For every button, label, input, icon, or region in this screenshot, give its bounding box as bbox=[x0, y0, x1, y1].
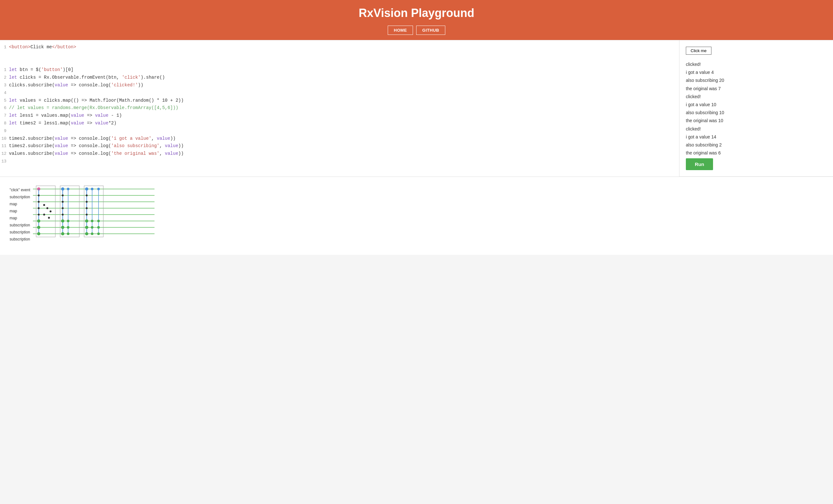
diagram-label-1: subscription bbox=[9, 193, 30, 200]
svg-point-21 bbox=[46, 207, 48, 209]
code-line-3: 3 clicks.subscribe(value => console.log(… bbox=[0, 81, 679, 89]
svg-point-30 bbox=[62, 214, 64, 216]
line-content-html: <button>Click me</button> bbox=[9, 44, 679, 51]
svg-point-23 bbox=[43, 214, 45, 216]
svg-point-36 bbox=[67, 220, 69, 222]
svg-point-27 bbox=[62, 194, 64, 196]
click-me-button[interactable]: Click me bbox=[686, 47, 711, 55]
svg-point-33 bbox=[61, 232, 64, 235]
diagram-svg-container bbox=[33, 183, 824, 248]
output-item-3: the original was 7 bbox=[686, 85, 827, 93]
svg-point-28 bbox=[62, 201, 64, 203]
code-line-9: 9 bbox=[0, 127, 679, 135]
diagram-label-7: subscription bbox=[9, 236, 30, 243]
diagram-label-5: subscription bbox=[9, 222, 30, 229]
svg-point-44 bbox=[86, 214, 88, 216]
code-line-13: 13 bbox=[0, 158, 679, 165]
svg-point-16 bbox=[38, 214, 40, 216]
code-panel[interactable]: 1 <button>Click me</button> 1 let btn = … bbox=[0, 40, 680, 176]
nav: HOME GITHUB bbox=[0, 26, 833, 35]
svg-point-56 bbox=[97, 226, 100, 229]
svg-point-52 bbox=[91, 233, 93, 235]
diagram-label-3: map bbox=[9, 208, 30, 215]
output-item-4: clicked! bbox=[686, 93, 827, 101]
svg-point-55 bbox=[97, 220, 100, 222]
svg-point-14 bbox=[38, 201, 40, 203]
header: RxVision Playground HOME GITHUB bbox=[0, 0, 833, 40]
output-item-7: the original was 10 bbox=[686, 117, 827, 125]
svg-point-45 bbox=[85, 219, 88, 222]
svg-point-35 bbox=[67, 188, 69, 190]
svg-point-22 bbox=[50, 211, 51, 212]
svg-point-29 bbox=[62, 207, 64, 209]
code-line-7: 7 let less1 = values.map(value => value … bbox=[0, 112, 679, 120]
output-list: clicked! i got a value 4 also subscribin… bbox=[686, 61, 827, 157]
run-button[interactable]: Run bbox=[686, 158, 713, 170]
output-item-1: i got a value 4 bbox=[686, 68, 827, 76]
svg-point-18 bbox=[37, 226, 40, 229]
output-item-9: i got a value 14 bbox=[686, 133, 827, 141]
code-line-12: 12 values.subscribe(value => console.log… bbox=[0, 150, 679, 158]
diagram-area: "click" event subscription map map map s… bbox=[0, 176, 833, 255]
svg-point-31 bbox=[61, 219, 64, 222]
svg-point-43 bbox=[86, 207, 88, 209]
code-line-html: 1 <button>Click me</button> bbox=[0, 44, 679, 51]
diagram-labels: "click" event subscription map map map s… bbox=[9, 183, 30, 243]
svg-point-42 bbox=[86, 201, 88, 203]
home-button[interactable]: HOME bbox=[388, 26, 413, 35]
output-item-6: also subscribing 10 bbox=[686, 109, 827, 117]
svg-point-38 bbox=[67, 233, 69, 235]
svg-point-41 bbox=[86, 194, 88, 196]
code-line-1: 1 let btn = $('button')[0] bbox=[0, 66, 679, 74]
svg-point-13 bbox=[38, 194, 40, 196]
svg-point-20 bbox=[43, 204, 45, 206]
code-editor[interactable]: 1 <button>Click me</button> 1 let btn = … bbox=[0, 40, 679, 169]
svg-point-24 bbox=[48, 217, 50, 219]
output-item-2: also subscribing 20 bbox=[686, 76, 827, 85]
svg-point-46 bbox=[85, 226, 88, 229]
diagram-label-2: map bbox=[9, 200, 30, 208]
svg-point-19 bbox=[37, 232, 40, 235]
code-line-blank1 bbox=[0, 51, 679, 59]
svg-point-50 bbox=[91, 220, 93, 222]
page-title: RxVision Playground bbox=[0, 6, 833, 20]
output-item-8: clicked! bbox=[686, 125, 827, 133]
output-item-10: also subscribing 2 bbox=[686, 141, 827, 149]
code-line-blank2 bbox=[0, 59, 679, 67]
code-line-5: 5 let values = clicks.map(() => Math.flo… bbox=[0, 97, 679, 104]
code-line-11: 11 times2.subscribe(value => console.log… bbox=[0, 142, 679, 150]
output-item-0: clicked! bbox=[686, 61, 827, 68]
code-line-8: 8 let times2 = less1.map(value => value*… bbox=[0, 120, 679, 127]
svg-point-51 bbox=[91, 226, 93, 229]
diagram-label-6: subscription bbox=[9, 229, 30, 236]
diagram-svg bbox=[33, 183, 154, 247]
github-button[interactable]: GITHUB bbox=[416, 26, 445, 35]
svg-point-49 bbox=[91, 188, 93, 190]
svg-point-54 bbox=[97, 188, 100, 190]
code-line-6: 6 // let values = randoms.merge(Rx.Obser… bbox=[0, 104, 679, 112]
svg-point-32 bbox=[61, 226, 64, 229]
diagram-label-4: map bbox=[9, 215, 30, 222]
code-line-4: 4 bbox=[0, 89, 679, 97]
svg-point-47 bbox=[85, 232, 88, 235]
svg-point-15 bbox=[38, 207, 40, 209]
output-item-5: i got a value 10 bbox=[686, 101, 827, 109]
right-panel: Click me clicked! i got a value 4 also s… bbox=[680, 40, 833, 176]
output-item-11: the original was 6 bbox=[686, 149, 827, 157]
code-line-2: 2 let clicks = Rx.Observable.fromEvent(b… bbox=[0, 74, 679, 81]
line-num-html: 1 bbox=[0, 44, 9, 51]
diagram-label-0: "click" event bbox=[9, 187, 30, 193]
code-line-10: 10 times2.subscribe(value => console.log… bbox=[0, 135, 679, 143]
preview-area: Click me clicked! i got a value 4 also s… bbox=[680, 40, 833, 176]
svg-point-37 bbox=[67, 226, 69, 229]
main-area: 1 <button>Click me</button> 1 let btn = … bbox=[0, 40, 833, 176]
svg-point-57 bbox=[97, 233, 100, 235]
svg-point-17 bbox=[37, 219, 40, 222]
